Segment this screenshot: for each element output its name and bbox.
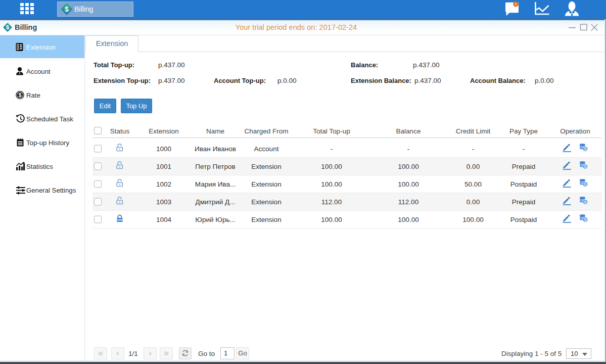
svg-text:S: S [584,200,587,205]
svg-text:S: S [584,182,587,187]
svg-text:$: $ [65,5,69,13]
svg-text:S: S [584,164,587,169]
svg-text:S: S [584,147,587,152]
svg-text:!: ! [515,2,517,7]
svg-text:$: $ [6,24,10,30]
svg-text:$: $ [18,92,21,98]
svg-text:S: S [584,217,587,222]
